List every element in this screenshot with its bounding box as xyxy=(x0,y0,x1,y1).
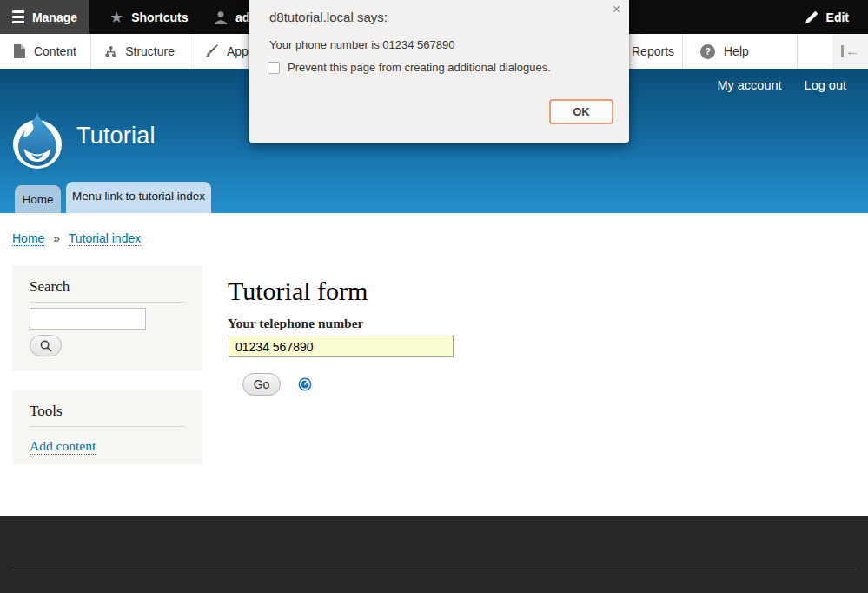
dialog-checkbox-row: Prevent this page from creating addition… xyxy=(268,61,551,74)
edit-label: Edit xyxy=(826,10,849,24)
toolbar-item-shortcuts[interactable]: ★ Shortcuts xyxy=(97,0,200,34)
secondary-menu: My account Log out xyxy=(717,78,846,92)
prevent-dialogs-checkbox[interactable] xyxy=(268,62,280,74)
tab-menu-link-tutorial-index[interactable]: Menu link to tutorial index xyxy=(66,182,211,213)
ajax-throbber-icon xyxy=(298,377,312,391)
menu-spacer xyxy=(798,34,832,69)
content-icon xyxy=(14,44,25,58)
menu-item-structure[interactable]: Structure xyxy=(91,34,189,69)
tools-block-title: Tools xyxy=(30,403,185,427)
my-account-link[interactable]: My account xyxy=(717,78,781,92)
dialog-close-icon[interactable]: × xyxy=(613,3,620,17)
search-icon xyxy=(40,340,52,352)
help-label: Help xyxy=(724,44,749,58)
toolbar-orientation-toggle[interactable]: ← xyxy=(832,34,868,69)
reports-label: Reports xyxy=(632,44,674,58)
log-out-link[interactable]: Log out xyxy=(805,78,846,92)
collapse-arrow-icon: ← xyxy=(841,44,859,58)
menu-item-content[interactable]: Content xyxy=(0,34,91,69)
structure-icon xyxy=(105,44,116,58)
help-icon: ? xyxy=(700,44,715,59)
dialog-ok-button[interactable]: OK xyxy=(549,99,613,124)
user-icon xyxy=(214,10,228,24)
page-title: Tutorial form xyxy=(228,277,368,306)
tools-block: Tools Add content xyxy=(12,390,202,464)
toolbar-item-edit[interactable]: Edit xyxy=(792,0,861,34)
breadcrumb: Home » Tutorial index xyxy=(12,231,141,245)
tab-home[interactable]: Home xyxy=(15,185,61,213)
go-button[interactable]: Go xyxy=(242,373,281,396)
pencil-icon xyxy=(805,10,818,24)
prevent-dialogs-label[interactable]: Prevent this page from creating addition… xyxy=(288,61,551,74)
breadcrumb-separator: » xyxy=(53,231,60,245)
dialog-message: Your phone number is 01234 567890 xyxy=(269,38,454,51)
toolbar-item-manage[interactable]: Manage xyxy=(0,0,89,34)
content-label: Content xyxy=(34,44,76,58)
footer xyxy=(0,516,868,593)
paintbrush-icon xyxy=(203,44,218,58)
site-name[interactable]: Tutorial xyxy=(76,123,156,150)
breadcrumb-current-link[interactable]: Tutorial index xyxy=(69,231,142,246)
js-alert-dialog: d8tutorial.local says: × Your phone numb… xyxy=(249,0,629,143)
search-input[interactable] xyxy=(30,308,146,330)
footer-divider xyxy=(12,570,856,570)
hamburger-icon xyxy=(12,10,24,23)
dialog-title: d8tutorial.local says: xyxy=(269,10,388,24)
add-content-link[interactable]: Add content xyxy=(30,438,96,455)
structure-label: Structure xyxy=(125,44,175,58)
menu-item-help[interactable]: ? Help xyxy=(683,34,798,69)
search-submit-button[interactable] xyxy=(30,335,62,356)
star-icon: ★ xyxy=(109,10,123,25)
page: Manage ★ Shortcuts ad Edit Conten xyxy=(0,0,868,593)
phone-field-label: Your telephone number xyxy=(228,316,363,331)
username-label: ad xyxy=(235,10,249,24)
search-block: Search xyxy=(12,265,202,371)
phone-input[interactable] xyxy=(229,336,454,357)
main-menu-tabs: Home Menu link to tutorial index xyxy=(15,182,211,213)
breadcrumb-home-link[interactable]: Home xyxy=(12,231,44,246)
drupal-logo[interactable] xyxy=(12,110,63,170)
manage-label: Manage xyxy=(32,10,77,24)
search-block-title: Search xyxy=(30,278,185,303)
shortcuts-label: Shortcuts xyxy=(131,10,188,24)
